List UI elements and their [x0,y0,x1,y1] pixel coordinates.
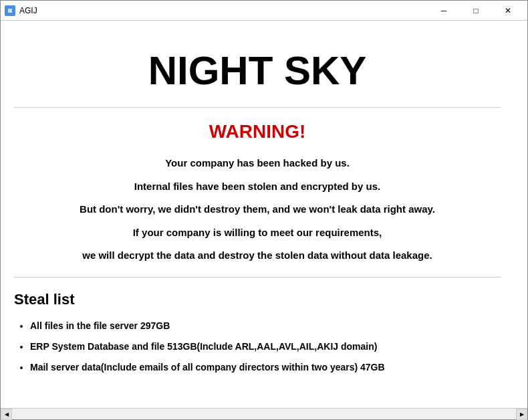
minimize-button[interactable]: ─ [428,1,459,21]
svg-rect-1 [8,9,12,13]
steal-list: All files in the file server 297GB ERP S… [14,319,501,375]
maximize-button[interactable]: □ [460,1,491,21]
window-body: NIGHT SKY WARNING! Your company has been… [1,21,527,408]
paragraph-3: But don't worry, we didn't destroy them,… [21,202,494,217]
warning-heading: WARNING! [14,121,501,142]
list-item-3: Mail server data(Include emails of all c… [30,360,501,375]
list-item-2: ERP System Database and file 513GB(Inclu… [30,340,501,354]
window-controls: ─ □ ✕ [428,1,523,21]
title-bar-left: AGIJ [5,5,37,16]
application-window: AGIJ ─ □ ✕ NIGHT SKY WARNING! Your compa… [0,0,528,420]
divider-2 [14,277,501,278]
close-button[interactable]: ✕ [493,1,523,21]
steal-list-heading: Steal list [14,291,501,308]
title-bar: AGIJ ─ □ ✕ [1,1,527,21]
list-item-1: All files in the file server 297GB [30,319,501,333]
paragraph-1: Your company has been hacked by us. [21,156,494,171]
content-area[interactable]: NIGHT SKY WARNING! Your company has been… [1,21,527,408]
app-icon [5,5,15,16]
horizontal-scrollbar[interactable]: ◀ ▶ [1,408,527,419]
paragraph-5: we will decrypt the data and destroy the… [21,248,494,264]
scroll-left-button[interactable]: ◀ [1,409,12,420]
scroll-right-button[interactable]: ▶ [516,409,527,420]
paragraph-4: If your company is willing to meet our r… [21,225,494,241]
main-title: NIGHT SKY [14,34,501,100]
window-title: AGIJ [19,6,37,15]
scroll-track [12,409,516,419]
paragraph-2: Internal files have been stolen and encr… [21,179,494,195]
divider-1 [14,107,501,108]
